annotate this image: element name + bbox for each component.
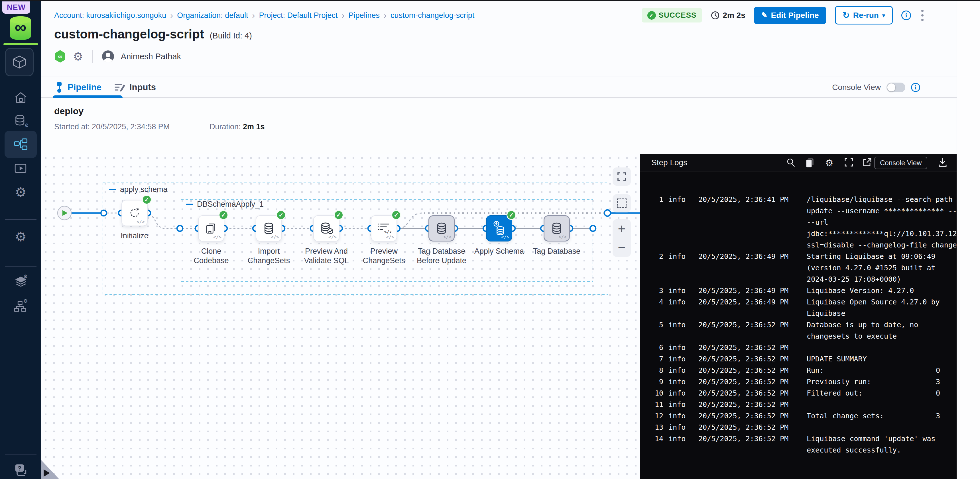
play-rectangle-icon <box>14 162 28 175</box>
canvas-zoom-controls: + − <box>612 219 631 257</box>
group-label-text: apply schema <box>120 185 168 194</box>
pipeline-node-tag-db-before-update[interactable]: </> <box>428 215 455 241</box>
download-icon[interactable] <box>937 157 948 168</box>
sidebar-item-environments[interactable]: ⚙ <box>0 274 41 289</box>
search-icon[interactable] <box>786 157 795 168</box>
right-gutter <box>957 0 980 479</box>
gear-icon[interactable]: ⚙ <box>825 157 835 168</box>
sidebar-item-executions[interactable] <box>0 162 41 175</box>
log-message: Database is up to date, no <box>807 320 957 329</box>
svg-text:?: ? <box>18 465 21 472</box>
breadcrumb-item[interactable]: Pipelines <box>348 11 380 20</box>
log-message: changesets to execute <box>807 332 957 340</box>
log-row: 7info20/5/2025, 2:36:52 PMUPDATE SUMMARY <box>640 355 957 366</box>
pipeline-node-preview-changesets[interactable]: </></> <box>371 215 397 241</box>
log-line-number: 14 <box>640 435 663 443</box>
sidebar-item-help[interactable]: ? <box>0 463 41 477</box>
canvas-fullscreen-button[interactable] <box>612 167 631 186</box>
expand-panel-icon[interactable] <box>44 469 50 477</box>
harness-dbops-logo[interactable]: ∞ <box>6 15 35 42</box>
pencil-icon: ✎ <box>761 11 768 20</box>
refresh-icon <box>127 206 142 220</box>
tab-inputs[interactable]: Inputs <box>114 77 156 97</box>
breadcrumb-item[interactable]: Organization: default <box>177 11 248 20</box>
copy-icon[interactable] <box>805 157 815 168</box>
status-label: SUCCESS <box>659 11 697 20</box>
pipeline-node-initialize[interactable]: </> <box>121 200 148 226</box>
code-glyph-icon: </> <box>558 234 567 240</box>
console-view-button[interactable]: Console View <box>874 157 927 169</box>
log-timestamp: 20/5/2025, 2:36:52 PM <box>698 366 788 374</box>
sidebar-item-home[interactable] <box>0 90 41 105</box>
db-icon <box>434 221 449 236</box>
started-value: 20/5/2025, 2:34:58 PM <box>92 122 170 131</box>
node-label: Preview ChangeSets <box>357 247 411 265</box>
fullscreen-icon[interactable] <box>844 157 854 167</box>
stage-duration: Duration: 2m 1s <box>210 122 265 131</box>
pipeline-node-apply-schema[interactable]: </> <box>486 215 512 241</box>
collapse-icon[interactable] <box>109 189 116 190</box>
rerun-button[interactable]: ↻ Re-run ▾ <box>835 6 893 24</box>
gear-icon: ⚙ <box>15 186 27 199</box>
canvas-select-tool-button[interactable] <box>612 194 631 213</box>
step-success-icon: ✓ <box>506 210 516 220</box>
log-row: 8info20/5/2025, 2:36:52 PMRun:0 <box>640 366 957 377</box>
gear-icon: ⚙ <box>15 230 27 243</box>
pipeline-node-tag-database[interactable]: </> <box>544 215 570 241</box>
gear-icon[interactable]: ⚙ <box>73 51 83 62</box>
sidebar-item-infrastructure[interactable]: ⚙ <box>0 299 41 314</box>
log-level: info <box>668 366 686 374</box>
breadcrumb-item[interactable]: Project: Default Project <box>259 11 337 20</box>
node-label: Tag Database Before Update <box>414 247 469 265</box>
log-timestamp: 20/5/2025, 2:36:52 PM <box>698 423 788 431</box>
sidebar-item-settings-2[interactable]: ⚙ <box>0 230 41 243</box>
stepgroup-label[interactable]: DBSchemaApply_1 <box>186 200 264 209</box>
page-header: Account: kurosakiichigo.songoku›Organiza… <box>41 1 957 77</box>
pipeline-canvas[interactable]: apply schema DBSchemaApply_1 </>✓Initial… <box>41 154 640 479</box>
pipeline-node-preview-validate-sql[interactable]: </> <box>313 215 339 241</box>
console-view-toggle[interactable] <box>886 82 905 92</box>
sidebar-item-databases[interactable]: ⚙ <box>0 113 41 128</box>
more-options-menu[interactable] <box>920 8 925 23</box>
log-row: Liquibase <box>640 309 957 320</box>
log-message: Liquibase command 'update' was <box>807 435 957 443</box>
log-output[interactable]: 1info20/5/2025, 2:36:41 PM/liquibase/liq… <box>640 171 957 479</box>
log-message: Liquibase Open Source 4.27.0 by <box>807 298 957 306</box>
log-row: 14info20/5/2025, 2:36:52 PMLiquibase com… <box>640 435 957 446</box>
sidebar-item-settings-1[interactable]: ⚙ <box>0 186 41 199</box>
page-title: custom-changelog-script <box>54 27 204 41</box>
sidebar-item-pipelines-active[interactable] <box>5 131 37 158</box>
success-check-icon: ✓ <box>648 11 656 20</box>
new-badge: NEW <box>2 2 30 14</box>
sidebar-divider <box>5 219 37 220</box>
info-icon[interactable]: i <box>911 83 920 92</box>
database-gear-icon: ⚙ <box>13 113 28 128</box>
breadcrumb-item[interactable]: custom-changelog-script <box>391 11 474 20</box>
pipeline-node-clone-codebase[interactable]: </> <box>198 215 224 241</box>
listcode-icon: </> <box>377 221 391 236</box>
log-row: changesets to execute <box>640 332 957 343</box>
log-message: UPDATE SUMMARY <box>807 355 957 363</box>
log-level: info <box>668 343 686 352</box>
tab-pipeline[interactable]: Pipeline <box>55 77 102 97</box>
zoom-out-button[interactable]: − <box>618 241 626 254</box>
code-glyph-icon: </> <box>271 235 279 240</box>
log-level: info <box>668 320 686 329</box>
info-icon[interactable]: i <box>901 11 911 20</box>
edit-pipeline-button[interactable]: ✎ Edit Pipeline <box>754 7 826 24</box>
divider <box>92 50 93 63</box>
log-row: 2024-03-25 17:08+0000) <box>640 275 957 287</box>
stage-group-label[interactable]: apply schema <box>109 185 168 194</box>
clone-icon <box>204 221 218 236</box>
module-selector-button[interactable] <box>5 48 33 76</box>
step-success-icon: ✓ <box>334 210 344 220</box>
pipeline-node-import-changesets[interactable]: </> <box>256 215 282 241</box>
node-label: Clone Codebase <box>184 247 238 265</box>
open-in-new-icon[interactable] <box>862 157 872 167</box>
breadcrumb-separator: › <box>384 11 387 20</box>
collapse-icon[interactable] <box>186 204 193 205</box>
log-timestamp: 20/5/2025, 2:36:52 PM <box>698 435 788 443</box>
zoom-in-button[interactable]: + <box>618 222 626 235</box>
selection-icon <box>617 198 627 208</box>
breadcrumb-item[interactable]: Account: kurosakiichigo.songoku <box>54 11 166 20</box>
